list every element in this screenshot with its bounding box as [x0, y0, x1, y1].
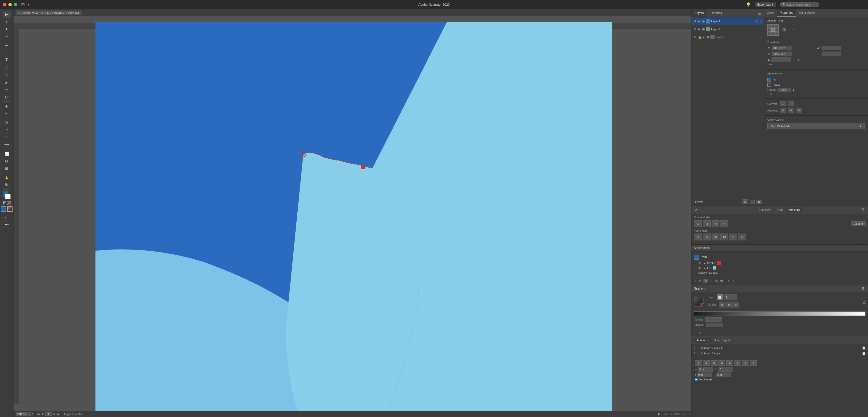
opacity-more-icon[interactable]: ▶: [793, 88, 795, 92]
anchor-tc[interactable]: [771, 24, 775, 28]
anchor-br[interactable]: [775, 32, 779, 36]
location-gp-input[interactable]: [706, 323, 723, 327]
exclude-btn[interactable]: ⊘: [720, 220, 728, 227]
hyphenate-checkbox[interactable]: [695, 378, 698, 381]
eraser-tool[interactable]: ◈: [3, 103, 10, 110]
pf-tab-transform[interactable]: Transform: [756, 207, 774, 212]
fill-color-swatch[interactable]: [767, 78, 771, 82]
anchor-bl[interactable]: [767, 32, 771, 36]
align-justify-all-btn[interactable]: ≡: [750, 360, 757, 366]
convert-to-anchor-btn[interactable]: ⌵: [780, 101, 786, 106]
h-input[interactable]: [822, 52, 841, 56]
start-global-edit-dropdown-icon[interactable]: ▾: [860, 124, 861, 128]
flip-h-icon[interactable]: ↔: [788, 28, 791, 32]
trim-btn[interactable]: ⊟: [703, 234, 711, 240]
pathfinder-menu-btn[interactable]: ☰: [860, 208, 866, 212]
stroke-swatch[interactable]: [5, 194, 10, 200]
start-global-edit-button[interactable]: Start Global Edit ▾: [767, 123, 865, 129]
gradient-tool-btn2[interactable]: ○: [699, 331, 701, 334]
appearance-sub-menu-btn[interactable]: ☰: [860, 246, 866, 250]
magic-wand-tool[interactable]: ✦: [3, 26, 10, 32]
pf-tab-align[interactable]: Align: [774, 207, 785, 212]
divide-btn[interactable]: ⊞: [694, 234, 702, 240]
pen-tool[interactable]: ✒: [3, 42, 10, 49]
width-tool[interactable]: ⟺: [3, 141, 10, 148]
add-layer-btn[interactable]: +: [750, 200, 754, 204]
layer3-lock-icon[interactable]: 🔒: [698, 35, 702, 39]
curvature-tool[interactable]: ⌒: [3, 49, 10, 56]
stroke-color-swatch[interactable]: [767, 83, 771, 87]
paintbrush-tool[interactable]: 🖌: [3, 79, 10, 86]
layer3-target-icon[interactable]: ○: [760, 35, 762, 39]
search-adobe-stock[interactable]: 🔍 Search Adobe Stock: [780, 2, 819, 7]
align-left-btn[interactable]: ≡: [695, 360, 702, 366]
opacity-gp-input[interactable]: [705, 317, 722, 322]
app-grid-icon[interactable]: ⊞: [21, 2, 25, 7]
anchor-ml[interactable]: [767, 28, 771, 32]
gradient-main-swatch[interactable]: [694, 297, 704, 306]
add-new-fill-btn[interactable]: ⊕: [698, 279, 702, 284]
pathfinder-close-btn[interactable]: ✕: [694, 208, 699, 212]
layer2-expand-icon[interactable]: ▶: [698, 20, 701, 23]
unite-btn[interactable]: ⊕: [694, 220, 702, 227]
file-tab[interactable]: ✕ Elevate_V2.ai* @ 2400% (RGB/GPU Previe…: [16, 10, 82, 15]
artboard-nav[interactable]: ⏮ ◀ 1 ▶ ⏭: [37, 412, 60, 416]
gradient-menu-btn[interactable]: ☰: [860, 287, 866, 291]
more-tools-btn[interactable]: •••: [3, 221, 10, 228]
gradient-bar[interactable]: [694, 311, 866, 316]
scissors-tool[interactable]: ✂: [3, 110, 10, 117]
intersect-btn[interactable]: ⊗: [712, 220, 719, 227]
close-button[interactable]: [3, 3, 6, 6]
anchor-options-btn[interactable]: ⊗: [796, 108, 802, 113]
layer2-target-icon[interactable]: ◎: [755, 20, 758, 23]
transform-more-btn[interactable]: •••: [767, 63, 773, 67]
left-indent-input[interactable]: [698, 367, 713, 371]
minus-back-btn[interactable]: ⊟: [738, 234, 746, 240]
essentials-button[interactable]: Essentials ▾: [755, 2, 776, 7]
shaper-tool[interactable]: ⬡: [3, 94, 10, 100]
w-input[interactable]: [822, 46, 841, 50]
anchor-grid[interactable]: [767, 24, 779, 36]
dropdown-icon[interactable]: ▾: [28, 3, 29, 6]
align-right-btn[interactable]: ≡: [711, 360, 717, 366]
layers-panel-menu-btn[interactable]: ☰: [757, 11, 762, 15]
artboard1-document-icon[interactable]: 📋: [862, 346, 866, 350]
selection-tool[interactable]: ▶: [3, 11, 10, 18]
stroke-expand-icon[interactable]: ▶: [704, 262, 706, 265]
column-graph-tool[interactable]: 📊: [3, 150, 10, 157]
lightbulb-icon[interactable]: 💡: [746, 2, 751, 7]
play-icon[interactable]: ▶: [658, 412, 660, 416]
zoom-dropdown-icon[interactable]: ▾: [32, 412, 33, 416]
align-center-btn[interactable]: ≡: [703, 360, 710, 366]
artboard-number[interactable]: 1: [45, 412, 52, 416]
direct-selection-tool[interactable]: ◁: [3, 18, 10, 25]
anchor-mc[interactable]: [771, 28, 775, 32]
space-after-input[interactable]: [716, 373, 731, 377]
expand-btn[interactable]: Expand: [851, 221, 866, 226]
make-clipping-mask-btn[interactable]: ⊡: [743, 200, 748, 204]
gradient-stroke-swatch[interactable]: [701, 303, 704, 307]
nav-prev[interactable]: ◀: [41, 412, 43, 416]
stroke-visibility-icon[interactable]: 👁: [698, 261, 702, 265]
opacity-input[interactable]: [778, 88, 792, 92]
align-justify-right-btn[interactable]: ≡: [742, 360, 749, 366]
link-proportions-icon[interactable]: ⛓: [782, 28, 786, 32]
nav-prev-first[interactable]: ⏮: [37, 413, 40, 416]
crop-btn[interactable]: ⊡: [720, 234, 728, 240]
rotate-tool[interactable]: ↻: [3, 119, 10, 126]
fill-stroke-swatches[interactable]: [3, 191, 10, 200]
minimize-button[interactable]: [8, 3, 12, 6]
angle-rotate-icon[interactable]: △: [863, 299, 866, 304]
tab-color-guide[interactable]: Color Guide: [796, 9, 818, 17]
anchor-mr[interactable]: [775, 28, 779, 32]
outline-btn[interactable]: □: [729, 234, 737, 240]
fill-visibility-icon[interactable]: 👁: [698, 266, 702, 270]
hand-tool[interactable]: ✋: [3, 174, 10, 181]
align-justify-center-btn[interactable]: ≡: [734, 360, 741, 366]
layer3-expand-icon[interactable]: ▶: [703, 36, 706, 38]
circle-icon[interactable]: ○: [733, 279, 734, 283]
reset-colors-icon[interactable]: [3, 201, 6, 205]
anchor-tr[interactable]: [775, 24, 779, 28]
align-justify-left-btn[interactable]: ≡: [726, 360, 733, 366]
right-indent-input[interactable]: [718, 367, 733, 371]
